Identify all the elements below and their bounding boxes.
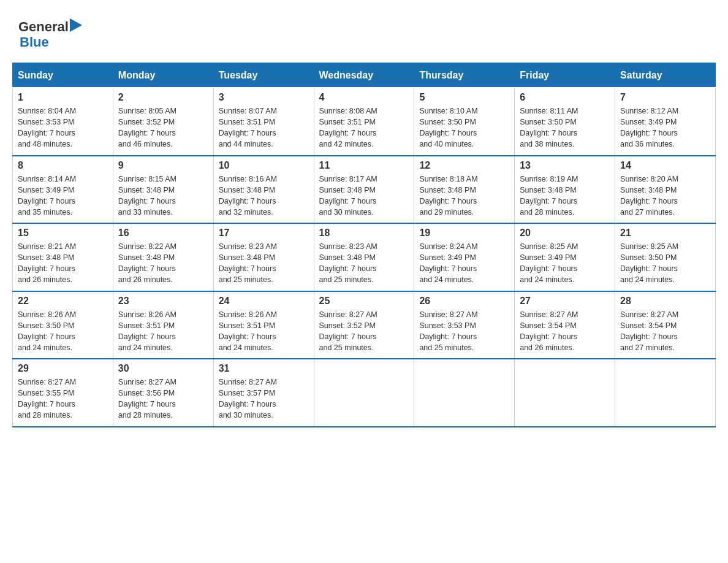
calendar-cell-30: 30Sunrise: 8:27 AMSunset: 3:56 PMDayligh… [113, 359, 213, 427]
calendar-cell-31: 31Sunrise: 8:27 AMSunset: 3:57 PMDayligh… [213, 359, 314, 427]
day-number: 3 [219, 92, 309, 103]
day-number: 20 [520, 228, 610, 239]
day-info: Sunrise: 8:20 AMSunset: 3:48 PMDaylight:… [620, 174, 710, 218]
calendar-cell-9: 9Sunrise: 8:15 AMSunset: 3:48 PMDaylight… [113, 156, 213, 224]
calendar-cell-21: 21Sunrise: 8:25 AMSunset: 3:50 PMDayligh… [615, 223, 716, 291]
week-row-4: 22Sunrise: 8:26 AMSunset: 3:50 PMDayligh… [13, 291, 716, 359]
day-info: Sunrise: 8:08 AMSunset: 3:51 PMDaylight:… [319, 105, 409, 150]
calendar-cell-23: 23Sunrise: 8:26 AMSunset: 3:51 PMDayligh… [113, 291, 213, 359]
calendar-cell-24: 24Sunrise: 8:26 AMSunset: 3:51 PMDayligh… [213, 291, 314, 359]
day-number: 10 [219, 160, 309, 171]
weekday-header-friday: Friday [515, 63, 615, 88]
page-header: General Blue [12, 12, 716, 50]
day-number: 22 [18, 296, 108, 307]
calendar-cell-19: 19Sunrise: 8:24 AMSunset: 3:49 PMDayligh… [414, 223, 515, 291]
day-number: 24 [219, 296, 309, 307]
svg-marker-0 [70, 18, 82, 32]
day-number: 21 [620, 228, 710, 239]
logo-general-text: General [18, 19, 69, 35]
day-number: 17 [219, 228, 309, 239]
day-info: Sunrise: 8:27 AMSunset: 3:57 PMDaylight:… [219, 377, 309, 421]
day-number: 4 [319, 92, 409, 103]
calendar-cell-7: 7Sunrise: 8:12 AMSunset: 3:49 PMDaylight… [615, 88, 716, 156]
calendar-cell-1: 1Sunrise: 8:04 AMSunset: 3:53 PMDaylight… [13, 88, 113, 156]
week-row-3: 15Sunrise: 8:21 AMSunset: 3:48 PMDayligh… [13, 223, 716, 291]
day-number: 7 [620, 92, 710, 103]
week-row-5: 29Sunrise: 8:27 AMSunset: 3:55 PMDayligh… [13, 359, 716, 427]
calendar-cell-3: 3Sunrise: 8:07 AMSunset: 3:51 PMDaylight… [213, 88, 314, 156]
day-info: Sunrise: 8:21 AMSunset: 3:48 PMDaylight:… [18, 241, 108, 286]
day-info: Sunrise: 8:05 AMSunset: 3:52 PMDaylight:… [118, 105, 208, 150]
day-number: 11 [319, 160, 409, 171]
calendar-cell-empty [515, 359, 615, 427]
day-number: 19 [419, 228, 509, 239]
day-info: Sunrise: 8:17 AMSunset: 3:48 PMDaylight:… [319, 174, 409, 218]
weekday-header-saturday: Saturday [615, 63, 716, 88]
day-number: 18 [319, 228, 409, 239]
calendar-cell-empty [414, 359, 515, 427]
day-info: Sunrise: 8:25 AMSunset: 3:50 PMDaylight:… [620, 241, 710, 286]
calendar-cell-17: 17Sunrise: 8:23 AMSunset: 3:48 PMDayligh… [213, 223, 314, 291]
day-info: Sunrise: 8:24 AMSunset: 3:49 PMDaylight:… [419, 241, 509, 286]
day-number: 1 [18, 92, 108, 103]
calendar-cell-22: 22Sunrise: 8:26 AMSunset: 3:50 PMDayligh… [13, 291, 113, 359]
calendar-cell-6: 6Sunrise: 8:11 AMSunset: 3:50 PMDaylight… [515, 88, 615, 156]
weekday-header-sunday: Sunday [13, 63, 113, 88]
day-info: Sunrise: 8:27 AMSunset: 3:52 PMDaylight:… [319, 309, 409, 354]
day-info: Sunrise: 8:04 AMSunset: 3:53 PMDaylight:… [18, 105, 108, 150]
day-info: Sunrise: 8:27 AMSunset: 3:56 PMDaylight:… [118, 377, 208, 421]
calendar-cell-26: 26Sunrise: 8:27 AMSunset: 3:53 PMDayligh… [414, 291, 515, 359]
day-number: 30 [118, 363, 208, 374]
day-info: Sunrise: 8:27 AMSunset: 3:53 PMDaylight:… [419, 309, 509, 354]
weekday-header-wednesday: Wednesday [314, 63, 414, 88]
logo-flag-icon [70, 18, 82, 32]
logo: General Blue [18, 18, 82, 50]
weekday-header-row: SundayMondayTuesdayWednesdayThursdayFrid… [13, 63, 716, 88]
day-number: 15 [18, 228, 108, 239]
day-number: 31 [219, 363, 309, 374]
weekday-header-thursday: Thursday [414, 63, 515, 88]
day-info: Sunrise: 8:10 AMSunset: 3:50 PMDaylight:… [419, 105, 509, 150]
day-info: Sunrise: 8:19 AMSunset: 3:48 PMDaylight:… [520, 174, 610, 218]
calendar-cell-15: 15Sunrise: 8:21 AMSunset: 3:48 PMDayligh… [13, 223, 113, 291]
calendar-cell-18: 18Sunrise: 8:23 AMSunset: 3:48 PMDayligh… [314, 223, 414, 291]
day-number: 8 [18, 160, 108, 171]
day-number: 12 [419, 160, 509, 171]
calendar-cell-14: 14Sunrise: 8:20 AMSunset: 3:48 PMDayligh… [615, 156, 716, 224]
calendar-cell-16: 16Sunrise: 8:22 AMSunset: 3:48 PMDayligh… [113, 223, 213, 291]
calendar-cell-12: 12Sunrise: 8:18 AMSunset: 3:48 PMDayligh… [414, 156, 515, 224]
day-info: Sunrise: 8:23 AMSunset: 3:48 PMDaylight:… [219, 241, 309, 286]
day-info: Sunrise: 8:27 AMSunset: 3:54 PMDaylight:… [520, 309, 610, 354]
day-info: Sunrise: 8:11 AMSunset: 3:50 PMDaylight:… [520, 105, 610, 150]
week-row-1: 1Sunrise: 8:04 AMSunset: 3:53 PMDaylight… [13, 88, 716, 156]
day-info: Sunrise: 8:16 AMSunset: 3:48 PMDaylight:… [219, 174, 309, 218]
calendar-cell-empty [615, 359, 716, 427]
day-info: Sunrise: 8:12 AMSunset: 3:49 PMDaylight:… [620, 105, 710, 150]
calendar-cell-11: 11Sunrise: 8:17 AMSunset: 3:48 PMDayligh… [314, 156, 414, 224]
calendar-cell-2: 2Sunrise: 8:05 AMSunset: 3:52 PMDaylight… [113, 88, 213, 156]
day-info: Sunrise: 8:26 AMSunset: 3:51 PMDaylight:… [219, 309, 309, 354]
day-info: Sunrise: 8:15 AMSunset: 3:48 PMDaylight:… [118, 174, 208, 218]
weekday-header-tuesday: Tuesday [213, 63, 314, 88]
day-info: Sunrise: 8:26 AMSunset: 3:50 PMDaylight:… [18, 309, 108, 354]
day-number: 13 [520, 160, 610, 171]
day-number: 6 [520, 92, 610, 103]
calendar-cell-29: 29Sunrise: 8:27 AMSunset: 3:55 PMDayligh… [13, 359, 113, 427]
calendar-cell-20: 20Sunrise: 8:25 AMSunset: 3:49 PMDayligh… [515, 223, 615, 291]
day-info: Sunrise: 8:22 AMSunset: 3:48 PMDaylight:… [118, 241, 208, 286]
day-number: 28 [620, 296, 710, 307]
week-row-2: 8Sunrise: 8:14 AMSunset: 3:49 PMDaylight… [13, 156, 716, 224]
day-number: 5 [419, 92, 509, 103]
calendar-cell-13: 13Sunrise: 8:19 AMSunset: 3:48 PMDayligh… [515, 156, 615, 224]
day-number: 29 [18, 363, 108, 374]
day-info: Sunrise: 8:27 AMSunset: 3:55 PMDaylight:… [18, 377, 108, 421]
day-info: Sunrise: 8:18 AMSunset: 3:48 PMDaylight:… [419, 174, 509, 218]
day-number: 2 [118, 92, 208, 103]
weekday-header-monday: Monday [113, 63, 213, 88]
day-info: Sunrise: 8:14 AMSunset: 3:49 PMDaylight:… [18, 174, 108, 218]
day-number: 14 [620, 160, 710, 171]
calendar-cell-25: 25Sunrise: 8:27 AMSunset: 3:52 PMDayligh… [314, 291, 414, 359]
day-number: 23 [118, 296, 208, 307]
day-number: 9 [118, 160, 208, 171]
day-number: 25 [319, 296, 409, 307]
